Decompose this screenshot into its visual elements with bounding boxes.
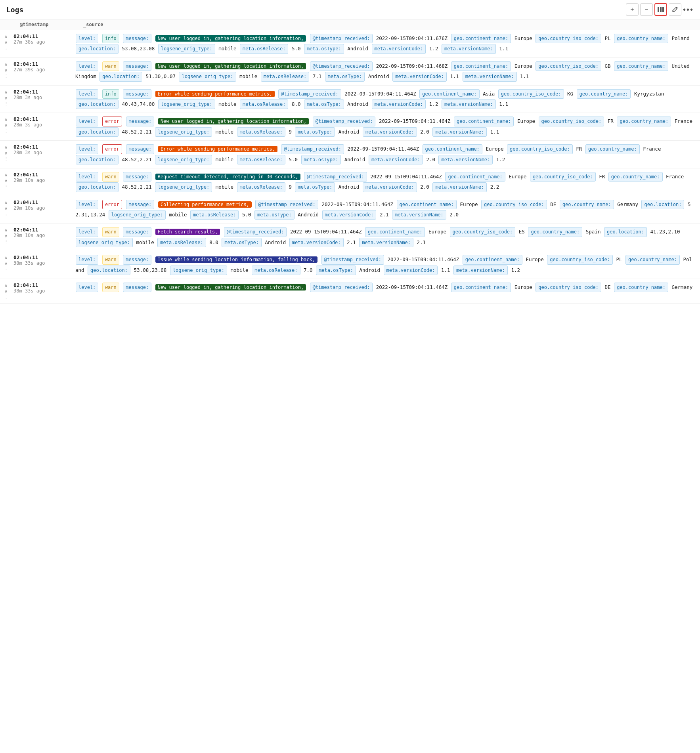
field-value: Spain (586, 229, 604, 235)
expand-up-button[interactable]: ∧ (4, 227, 8, 233)
timestamp-col: 02:04:11 27m 38s ago (12, 33, 75, 45)
field-key: logsene_orig_type: (158, 44, 215, 54)
message-key: message: (123, 89, 151, 99)
expand-down-button[interactable]: ∨ (4, 151, 8, 156)
timestamp-ago: 27m 38s ago (13, 39, 75, 45)
timestamp-main: 02:04:11 (13, 199, 75, 205)
ellipsis-button[interactable]: ••• (683, 5, 694, 14)
add-button[interactable]: + (626, 3, 639, 16)
source-col: level: warn message: Request timeout det… (75, 172, 700, 193)
expand-up-button[interactable]: ∧ (4, 90, 8, 95)
field-value: DE (550, 201, 559, 207)
more-button[interactable]: ⋮ (4, 74, 9, 79)
more-button[interactable]: ⋮ (4, 129, 9, 134)
expand-down-button[interactable]: ∨ (4, 68, 8, 73)
field-value: 2022-09-15T09:04:11.464Z (290, 229, 365, 235)
field-value: 48.52,2.21 (122, 157, 155, 162)
timestamp-col: 02:04:11 27m 39s ago (12, 61, 75, 73)
row-controls: ∧ ∨ ⋮ (0, 227, 12, 245)
field-key: geo.country_iso_code: (530, 172, 596, 182)
more-button[interactable]: ⋮ (4, 184, 9, 189)
columns-icon (658, 7, 664, 12)
field-key: meta.versionName: (438, 155, 493, 164)
expand-up-button[interactable]: ∧ (4, 255, 8, 260)
field-key: geo.country_name: (528, 227, 582, 237)
timestamp-main: 02:04:11 (13, 172, 75, 178)
message-value: New user logged in, gathering location i… (158, 118, 309, 124)
more-button[interactable]: ⋮ (4, 46, 9, 51)
field-value: 2022-09-15T09:04:11.676Z (376, 35, 451, 41)
edit-button[interactable] (669, 3, 681, 16)
expand-up-button[interactable]: ∧ (4, 283, 8, 288)
expand-down-button[interactable]: ∨ (4, 289, 8, 294)
field-key: @timestamp_received: (224, 227, 287, 237)
more-button[interactable]: ⋮ (4, 239, 9, 245)
expand-up-button[interactable]: ∧ (4, 62, 8, 67)
row-controls: ∧ ∨ ⋮ (0, 61, 12, 79)
table-row: ∧ ∨ ⋮ 02:04:11 28m 3s ago level: error m… (0, 141, 700, 168)
field-key: geo.country_name: (608, 172, 663, 182)
table-row: ∧ ∨ ⋮ 02:04:11 28m 3s ago level: error m… (0, 113, 700, 141)
field-value: 7.1 (313, 73, 325, 79)
field-key: geo.country_iso_code: (536, 61, 601, 71)
level-value: warn (102, 255, 119, 264)
timestamp-col: 02:04:11 28m 3s ago (12, 144, 75, 155)
level-value: warn (102, 61, 119, 71)
more-button[interactable]: ⋮ (4, 101, 9, 107)
expand-down-button[interactable]: ∨ (4, 233, 8, 239)
expand-down-button[interactable]: ∨ (4, 40, 8, 45)
field-value: 1.2 (429, 46, 441, 52)
field-key: meta.osRelease: (237, 182, 285, 192)
level-value: error (102, 200, 122, 209)
toolbar: + − ••• (626, 3, 694, 16)
expand-down-button[interactable]: ∨ (4, 178, 8, 183)
expand-down-button[interactable]: ∨ (4, 96, 8, 101)
row-controls: ∧ ∨ ⋮ (0, 89, 12, 107)
expand-down-button[interactable]: ∨ (4, 261, 8, 266)
field-value: Europe (514, 35, 536, 41)
field-value: 2.1 (417, 239, 426, 245)
remove-button[interactable]: − (640, 3, 653, 16)
more-button[interactable]: ⋮ (4, 267, 9, 272)
field-key: geo.country_name: (617, 117, 671, 126)
expand-up-button[interactable]: ∧ (4, 34, 8, 39)
field-key: @timestamp_received: (313, 117, 376, 126)
message-value: Request timeout detected, retrying in 30… (155, 174, 300, 180)
field-key: meta.versionName: (442, 44, 496, 54)
level-key: level: (76, 283, 98, 292)
field-key: geo.country_name: (577, 89, 631, 99)
level-value: warn (102, 172, 119, 182)
field-key: geo.country_name: (585, 144, 640, 154)
field-value: 53.08,23.08 (122, 46, 157, 52)
field-key: geo.continent_name: (451, 61, 511, 71)
field-value: Android (368, 73, 392, 79)
expand-up-button[interactable]: ∧ (4, 117, 8, 122)
field-key: geo.country_name: (614, 34, 668, 43)
message-key: message: (123, 283, 151, 292)
field-key: meta.versionCode: (372, 99, 426, 109)
field-key: geo.location: (76, 182, 119, 192)
field-key: geo.continent_name: (454, 117, 514, 126)
row-controls: ∧ ∨ ⋮ (0, 172, 12, 189)
field-value: 2022-09-15T09:04:11.464Z (376, 284, 451, 290)
field-key: meta.osRelease: (157, 238, 206, 247)
expand-up-button[interactable]: ∧ (4, 200, 8, 205)
columns-button[interactable] (654, 3, 667, 16)
expand-down-button[interactable]: ∨ (4, 206, 8, 211)
field-key: geo.location: (76, 155, 119, 164)
message-value: Issue while sending location information… (155, 256, 317, 263)
field-value: Europe (514, 63, 536, 69)
expand-down-button[interactable]: ∨ (4, 123, 8, 128)
more-button[interactable]: ⋮ (4, 157, 9, 162)
more-button[interactable]: ⋮ (4, 212, 9, 217)
table-row: ∧ ∨ ⋮ 02:04:11 38m 33s ago level: warn m… (0, 279, 700, 304)
expand-up-button[interactable]: ∧ (4, 145, 8, 150)
expand-up-button[interactable]: ∧ (4, 172, 8, 178)
field-value: 5.0 (242, 212, 254, 218)
field-key: logsene_orig_type: (109, 210, 166, 220)
field-key: logsene_orig_type: (155, 127, 212, 137)
field-value: Europe (428, 229, 449, 235)
timestamp-col: 02:04:11 28m 3s ago (12, 116, 75, 128)
field-value: 1.1 (490, 129, 499, 135)
more-button[interactable]: ⋮ (4, 295, 9, 300)
